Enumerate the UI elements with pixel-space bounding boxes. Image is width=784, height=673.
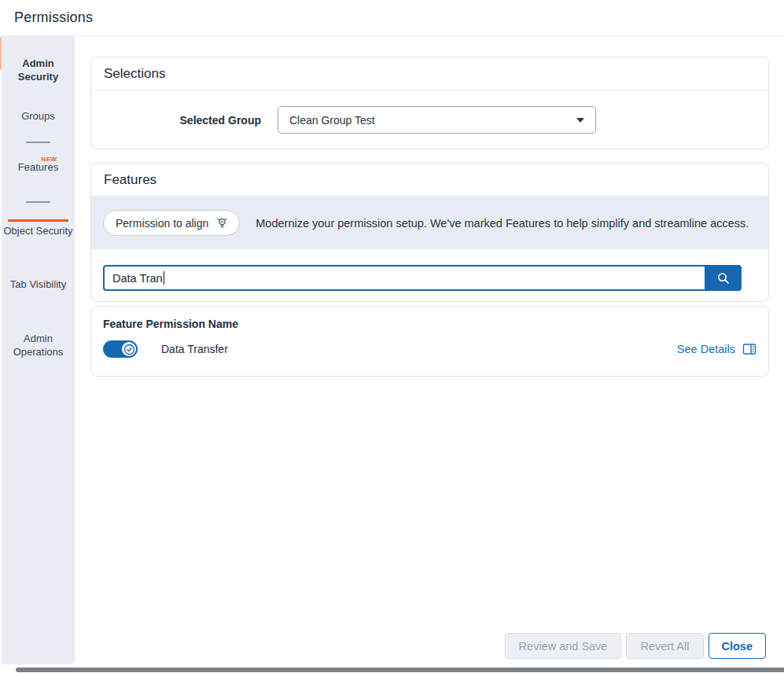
chevron-down-icon [576,118,584,123]
selections-card: Selections Selected Group Clean Group Te… [90,57,769,149]
banner-message: Modernize your permission setup. We've m… [256,217,749,230]
permissions-page: Permissions Admin Security Groups Featur… [0,0,784,673]
sidebar-item-groups[interactable]: Groups [2,109,75,123]
toggle-knob-check-icon [122,342,136,356]
sidebar-item-label: Admin Security [18,57,58,83]
sidebar-item-label: Groups [21,110,55,122]
features-card-header: Features [91,164,768,197]
feature-name: Data Transfer [161,343,228,355]
sidebar-divider [26,201,50,203]
footer-actions: Review and Save Revert All Close [505,633,766,659]
results-column-header: Feature Permission Name [103,318,756,330]
features-banner: Permission to align Modernize your permi… [91,197,768,249]
search-button[interactable] [705,265,742,291]
selections-title: Selections [104,66,165,82]
lightbulb-icon [215,216,229,230]
page-title: Permissions [14,9,93,26]
search-input-value: Data Tran [112,272,163,285]
revert-all-button[interactable]: Revert All [626,633,703,659]
active-tab-underline [8,219,68,222]
sidebar-item-tab-visibility[interactable]: Tab Visibility [2,278,75,291]
sidebar-item-label: Tab Visibility [10,278,66,290]
search-icon [716,271,731,285]
sidebar-item-label: Object Security [3,225,72,237]
sidebar-item-label: Admin Operations [13,333,64,358]
page-header: Permissions [0,0,784,36]
new-badge: NEW [41,153,57,166]
details-panel-icon [742,342,756,356]
feature-results-card: Feature Permission Name Data Transfer Se… [90,306,769,377]
table-row: Data Transfer See Details [103,340,756,358]
features-title: Features [104,172,156,188]
pill-label: Permission to align [116,217,208,230]
horizontal-scrollbar[interactable] [16,667,784,672]
close-button[interactable]: Close [709,633,767,659]
permission-to-align-pill[interactable]: Permission to align [103,210,240,236]
search-input[interactable]: Data Tran [103,265,705,291]
selected-group-dropdown[interactable]: Clean Group Test [278,106,596,134]
see-details-label: See Details [677,343,735,355]
feature-toggle-on[interactable] [103,340,138,358]
sidebar: Admin Security Groups Features NEW Objec… [2,36,75,664]
see-details-link[interactable]: See Details [677,342,756,356]
sidebar-item-features[interactable]: Features NEW [2,160,75,174]
features-card: Features Permission to align Modernize y… [90,163,769,302]
selections-card-header: Selections [91,57,768,90]
text-cursor [164,271,164,285]
sidebar-item-object-security[interactable]: Object Security [2,224,75,237]
selected-group-label: Selected Group [91,114,261,127]
sidebar-item-admin-operations[interactable]: Admin Operations [2,332,75,359]
review-and-save-button[interactable]: Review and Save [505,633,622,659]
sidebar-divider [26,142,50,143]
selected-group-value: Clean Group Test [289,114,375,127]
main-content: Selections Selected Group Clean Group Te… [75,36,784,673]
sidebar-item-admin-security[interactable]: Admin Security [2,57,75,83]
